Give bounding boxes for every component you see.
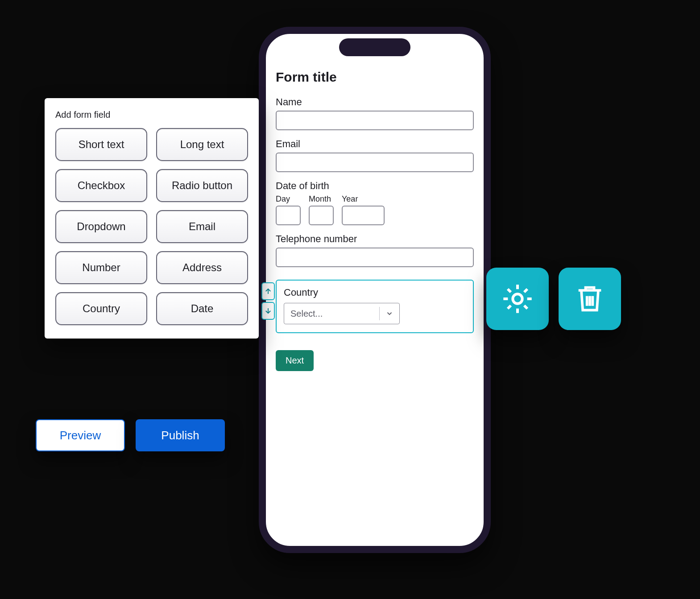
email-label: Email (276, 138, 474, 150)
next-button[interactable]: Next (276, 350, 314, 371)
delete-button[interactable] (559, 268, 621, 330)
phone-notch (339, 38, 410, 56)
field-type-date[interactable]: Date (156, 292, 248, 325)
country-select[interactable]: Select... (284, 303, 400, 324)
field-type-country[interactable]: Country (55, 292, 147, 325)
field-name: Name (276, 96, 474, 130)
arrow-down-icon (264, 306, 272, 315)
field-telephone: Telephone number (276, 233, 474, 267)
field-type-radio-button[interactable]: Radio button (156, 169, 248, 202)
field-type-number[interactable]: Number (55, 251, 147, 284)
palette-title: Add form field (55, 110, 248, 120)
chevron-down-icon (380, 310, 399, 318)
settings-button[interactable] (486, 268, 549, 330)
dob-year-col: Year (342, 194, 385, 225)
preview-button[interactable]: Preview (36, 419, 125, 451)
dob-label: Date of birth (276, 180, 474, 192)
move-down-button[interactable] (261, 302, 275, 320)
email-input[interactable] (276, 153, 474, 172)
arrow-up-icon (264, 287, 272, 296)
dob-day-label: Day (276, 194, 301, 204)
field-type-email[interactable]: Email (156, 210, 248, 243)
dob-year-label: Year (342, 194, 385, 204)
dob-month-input[interactable] (309, 206, 334, 225)
telephone-label: Telephone number (276, 233, 474, 245)
form-preview: Form title Name Email Date of birth Day … (276, 70, 474, 536)
field-type-long-text[interactable]: Long text (156, 128, 248, 161)
field-type-checkbox[interactable]: Checkbox (55, 169, 147, 202)
field-email: Email (276, 138, 474, 172)
dob-month-col: Month (309, 194, 334, 225)
field-dob: Date of birth Day Month Year (276, 180, 474, 225)
field-type-address[interactable]: Address (156, 251, 248, 284)
palette-grid: Short text Long text Checkbox Radio butt… (55, 128, 248, 325)
field-palette: Add form field Short text Long text Chec… (45, 98, 259, 339)
gear-icon (500, 281, 535, 317)
dob-day-col: Day (276, 194, 301, 225)
dob-year-input[interactable] (342, 206, 385, 225)
phone-frame: Form title Name Email Date of birth Day … (259, 27, 491, 553)
selected-field-country[interactable]: Country Select... (276, 280, 474, 333)
trash-icon (573, 282, 607, 316)
name-input[interactable] (276, 111, 474, 130)
field-type-dropdown[interactable]: Dropdown (55, 210, 147, 243)
country-select-placeholder: Select... (284, 309, 379, 319)
svg-point-0 (513, 294, 522, 303)
move-up-button[interactable] (261, 282, 275, 300)
field-type-short-text[interactable]: Short text (55, 128, 147, 161)
telephone-input[interactable] (276, 248, 474, 267)
reorder-controls (261, 282, 275, 320)
name-label: Name (276, 96, 474, 108)
dob-month-label: Month (309, 194, 334, 204)
context-actions (486, 268, 621, 330)
publish-button[interactable]: Publish (136, 419, 225, 451)
dob-day-input[interactable] (276, 206, 301, 225)
form-title: Form title (276, 70, 474, 85)
action-row: Preview Publish (36, 419, 225, 451)
country-label: Country (284, 287, 466, 298)
